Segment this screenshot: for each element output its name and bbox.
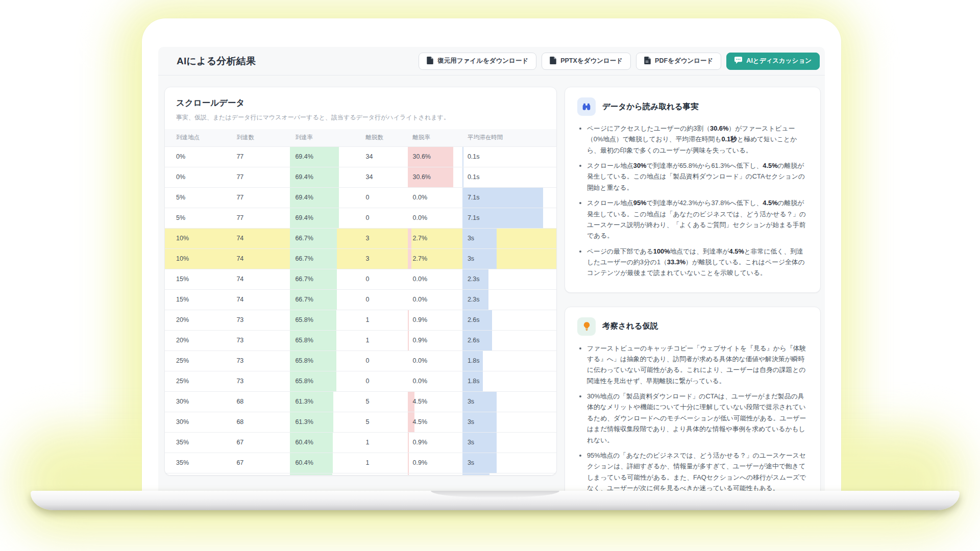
column-header: 平均滞在時間 <box>462 129 556 146</box>
scroll-data-card: スクロールデータ 事実、仮説、またはデータ行にマウスオーバーすると、該当するデー… <box>164 87 557 475</box>
file-icon <box>550 57 556 66</box>
table-cell: 7.1s <box>462 187 556 208</box>
value-bar <box>408 229 412 248</box>
table-cell: 3s <box>462 412 556 432</box>
table-cell: 74 <box>231 228 290 248</box>
table-row[interactable]: 20%7365.8%10.9%2.6s <box>165 330 556 350</box>
chat-icon <box>734 57 742 65</box>
table-row[interactable]: 25%7365.8%00.0%1.8s <box>165 350 556 371</box>
table-cell: 0 <box>360 269 407 289</box>
table-row[interactable]: 15%7466.7%00.0%2.3s <box>165 269 556 289</box>
table-cell: 3s <box>462 248 556 269</box>
table-cell: 0 <box>360 371 407 391</box>
table-cell: 77 <box>231 187 290 208</box>
table-header-row: 到達地点到達数到達率離脱数離脱率平均滞在時間 <box>165 129 556 146</box>
table-cell: 65.8% <box>290 330 360 350</box>
table-cell: 0.1s <box>462 146 556 167</box>
table-cell: 0.0% <box>408 269 462 289</box>
table-row[interactable]: 10%7466.7%32.7%3s <box>165 248 556 269</box>
table-cell: 67 <box>231 432 290 453</box>
table-row[interactable]: 10%7466.7%32.7%3s <box>165 228 556 248</box>
table-cell: 69.4% <box>290 167 360 187</box>
table-row[interactable]: 35%6760.4%10.9%3s <box>165 453 556 473</box>
table-row[interactable]: 0%7769.4%3430.6%0.1s <box>165 146 556 167</box>
table-cell: 66.7% <box>290 289 360 310</box>
hypothesis-item: ファーストビューのキャッチコピー「ウェブサイトを『見る』から『体験する』へ」は抽… <box>587 343 808 386</box>
table-row[interactable]: 25%7365.8%00.0%1.8s <box>165 371 556 391</box>
table-cell: 67 <box>231 453 290 473</box>
table-cell: 0.9% <box>408 330 462 350</box>
table-cell: 74 <box>231 248 290 269</box>
column-header: 離脱率 <box>408 129 462 146</box>
table-cell: 74 <box>231 269 290 289</box>
table-row[interactable]: 30%6861.3%54.5%3s <box>165 391 556 412</box>
binoculars-icon <box>577 97 596 116</box>
table-cell: 77 <box>231 146 290 167</box>
table-cell: 3 <box>360 248 407 269</box>
table-cell: 30.6% <box>408 167 462 187</box>
table-cell <box>290 473 360 475</box>
table-cell: 20% <box>165 330 231 350</box>
download-pptx-button[interactable]: PPTXをダウンロード <box>542 53 631 70</box>
table-row[interactable]: 5%7769.4%00.0%7.1s <box>165 187 556 208</box>
table-cell: 30.6% <box>408 146 462 167</box>
table-cell: 7.1s <box>462 208 556 228</box>
facts-card-header: データから読み取れる事実 <box>577 97 808 116</box>
app-header: AIによる分析結果 復元用ファイルをダウンロード PPTXをダウンロード PDF… <box>158 47 825 76</box>
table-row[interactable]: 0%7769.4%3430.6%0.1s <box>165 167 556 187</box>
table-cell: 0 <box>360 350 407 371</box>
value-bar <box>462 167 463 187</box>
table-row[interactable]: 5%7769.4%00.0%7.1s <box>165 208 556 228</box>
table-row[interactable]: 35%6760.4%10.9%3s <box>165 432 556 453</box>
facts-title: データから読み取れる事実 <box>602 102 699 112</box>
table-cell: 0.0% <box>408 289 462 310</box>
table-row[interactable]: 30%6861.3%54.5%3s <box>165 412 556 432</box>
table-cell <box>462 473 556 475</box>
value-bar <box>408 473 409 476</box>
column-header: 離脱数 <box>360 129 407 146</box>
table-cell: 1.8s <box>462 371 556 391</box>
table-cell: 68 <box>231 391 290 412</box>
table-cell: 61.3% <box>290 391 360 412</box>
page-title: AIによる分析結果 <box>177 55 256 68</box>
value-bar <box>290 473 332 476</box>
column-header: 到達率 <box>290 129 360 146</box>
table-cell: 4.5% <box>408 412 462 432</box>
table-cell: 73 <box>231 310 290 330</box>
app-viewport: AIによる分析結果 復元用ファイルをダウンロード PPTXをダウンロード PDF… <box>158 47 825 491</box>
table-cell: 5 <box>360 412 407 432</box>
fact-item: ページにアクセスしたユーザーの約3割（30.6%）がファーストビュー（0%地点）… <box>587 123 808 156</box>
hypotheses-list: ファーストビューのキャッチコピー「ウェブサイトを『見る』から『体験する』へ」は抽… <box>577 343 808 491</box>
table-row[interactable]: 15%7466.7%00.0%2.3s <box>165 289 556 310</box>
table-cell: 15% <box>165 269 231 289</box>
table-cell: 3s <box>462 453 556 473</box>
facts-list: ページにアクセスしたユーザーの約3割（30.6%）がファーストビュー（0%地点）… <box>577 123 808 279</box>
table-cell <box>231 473 290 475</box>
download-restore-file-button[interactable]: 復元用ファイルをダウンロード <box>419 53 536 70</box>
header-actions: 復元用ファイルをダウンロード PPTXをダウンロード PDFをダウンロード AI… <box>419 53 820 70</box>
table-cell: 0 <box>360 208 407 228</box>
laptop-screen: AIによる分析結果 復元用ファイルをダウンロード PPTXをダウンロード PDF… <box>142 18 841 491</box>
table-cell <box>360 473 407 475</box>
page-background: AIによる分析結果 復元用ファイルをダウンロード PPTXをダウンロード PDF… <box>0 0 980 551</box>
table-row[interactable]: 20%7365.8%10.9%2.6s <box>165 310 556 330</box>
table-cell: 0.1s <box>462 167 556 187</box>
scroll-data-table: 到達地点到達数到達率離脱数離脱率平均滞在時間 0%7769.4%3430.6%0… <box>165 129 556 475</box>
download-pdf-button[interactable]: PDFをダウンロード <box>636 53 721 70</box>
table-cell: 2.6s <box>462 330 556 350</box>
table-cell: 34 <box>360 146 407 167</box>
laptop-base <box>31 491 960 510</box>
table-cell: 73 <box>231 350 290 371</box>
fact-item: スクロール地点95%で到達率が42.3%から37.8%へ低下し、4.5%の離脱が… <box>587 197 808 241</box>
table-cell: 1 <box>360 453 407 473</box>
ai-discussion-button[interactable]: AIとディスカッション <box>726 53 820 70</box>
table-cell: 2.3s <box>462 289 556 310</box>
table-cell: 73 <box>231 330 290 350</box>
hypothesis-item: 30%地点の「製品資料ダウンロード」のCTAは、ユーザーがまだ製品の具体的なメリ… <box>587 391 808 445</box>
hypothesis-item: 95%地点の「あなたのビジネスでは、どう活かせる？」のユースケースセクションは、… <box>587 450 808 491</box>
table-row[interactable] <box>165 473 556 475</box>
table-cell: 0.0% <box>408 187 462 208</box>
value-bar <box>408 310 409 330</box>
value-bar <box>462 147 463 167</box>
table-cell: 0 <box>360 289 407 310</box>
